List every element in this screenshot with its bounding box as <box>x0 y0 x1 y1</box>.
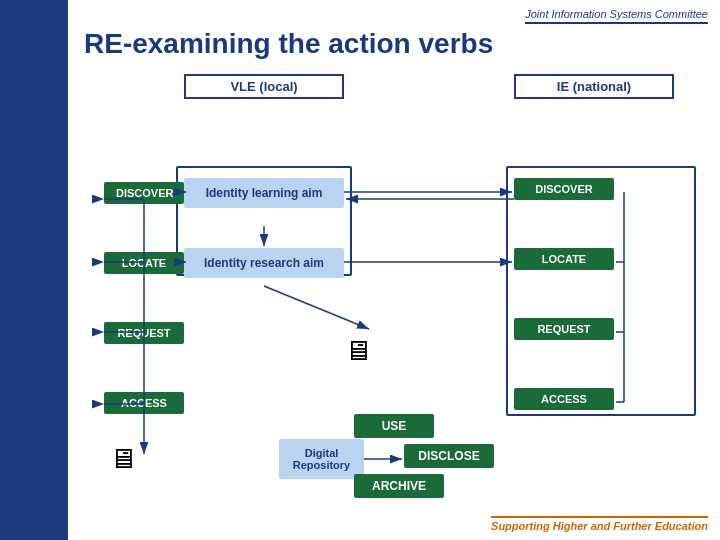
center-disclose: DISCLOSE <box>404 444 494 468</box>
org-name: Joint Information Systems Committee <box>525 8 708 20</box>
computer-icon-center: 🖥 <box>344 334 372 367</box>
center-archive: ARCHIVE <box>354 474 444 498</box>
aim-learning-box: Identity learning aim <box>184 178 344 208</box>
footer: Supporting Higher and Further Education <box>491 516 708 532</box>
right-locate: LOCATE <box>514 248 614 270</box>
svg-line-13 <box>264 286 369 329</box>
ie-label: IE (national) <box>514 74 674 99</box>
digital-repository-box: DigitalRepository <box>279 439 364 479</box>
center-use: USE <box>354 414 434 438</box>
org-header: Joint Information Systems Committee <box>525 8 708 24</box>
left-discover: DISCOVER <box>104 182 184 204</box>
main-content: Joint Information Systems Committee RE-e… <box>68 0 720 540</box>
page-title: RE-examining the action verbs <box>84 28 704 60</box>
right-access: ACCESS <box>514 388 614 410</box>
computer-icon-left: 🖥 <box>109 442 137 475</box>
ie-group-box <box>506 166 696 416</box>
sidebar <box>0 0 68 540</box>
right-request: REQUEST <box>514 318 614 340</box>
diagram: VLE (local) IE (national) DISCOVER LOCAT… <box>84 74 704 494</box>
vle-label: VLE (local) <box>184 74 344 99</box>
left-access: ACCESS <box>104 392 184 414</box>
aim-research-box: Identity research aim <box>184 248 344 278</box>
left-request: REQUEST <box>104 322 184 344</box>
right-discover: DISCOVER <box>514 178 614 200</box>
left-locate: LOCATE <box>104 252 184 274</box>
